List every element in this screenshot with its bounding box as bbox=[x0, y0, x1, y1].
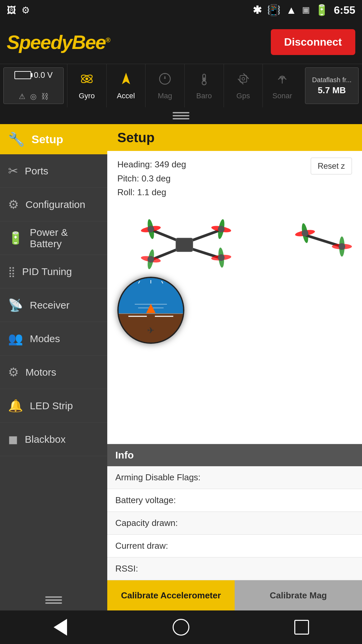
sensor-accel[interactable]: Accel bbox=[106, 64, 145, 107]
sidebar-item-led-strip[interactable]: 🔔 LED Strip bbox=[0, 389, 107, 423]
svg-point-32 bbox=[218, 226, 225, 232]
modes-icon: 👥 bbox=[8, 332, 23, 346]
baro-icon bbox=[197, 71, 212, 90]
sidebar-more-line-2 bbox=[45, 599, 62, 601]
disconnect-button[interactable]: Disconnect bbox=[271, 29, 355, 55]
accel-icon bbox=[119, 71, 133, 90]
hamburger-line-2 bbox=[173, 115, 189, 116]
motors-icon: ⚙ bbox=[8, 365, 19, 379]
svg-point-41 bbox=[339, 243, 345, 250]
pitch-text: Pitch: 0.3 deg bbox=[117, 172, 186, 186]
info-section: Info Arming Disable Flags: Battery volta… bbox=[107, 444, 362, 580]
svg-point-38 bbox=[302, 230, 308, 236]
recent-apps-icon bbox=[294, 620, 309, 635]
gps-icon bbox=[236, 71, 251, 90]
photo-icon: 🖼 bbox=[7, 5, 16, 16]
sidebar-header-label: Setup bbox=[32, 133, 63, 146]
sensor-gps[interactable]: Gps bbox=[224, 64, 263, 107]
sidebar-item-pid-label: PID Tuning bbox=[22, 266, 72, 277]
sidebar-item-motors[interactable]: ⚙ Motors bbox=[0, 356, 107, 389]
capacity-drawn-label: Capacity drawn: bbox=[115, 518, 178, 528]
sensor-mag[interactable]: Mag bbox=[145, 64, 184, 107]
main-layout: 🔧 Setup ✂ Ports ⚙ Configuration 🔋 Power … bbox=[0, 124, 362, 610]
battery-widget: 0.0 V ⚠ ◎ ⛓ bbox=[3, 67, 64, 104]
drone-icon: ◎ bbox=[30, 92, 37, 101]
svg-point-33 bbox=[147, 256, 154, 263]
svg-rect-11 bbox=[203, 77, 205, 82]
sim-icon: ▣ bbox=[302, 5, 310, 15]
mag-label: Mag bbox=[158, 92, 172, 100]
status-bar: 🖼 ⚙ ✱ 📳 ▲ ▣ 🔋 6:55 bbox=[0, 0, 362, 20]
sidebar-item-modes[interactable]: 👥 Modes bbox=[0, 322, 107, 356]
app-header: SpeedyBee® Disconnect bbox=[0, 20, 362, 64]
dataflash-size: 5.7 MB bbox=[318, 85, 346, 96]
calibrate-mag-button[interactable]: Calibrate Mag bbox=[235, 580, 362, 610]
sidebar-item-ports[interactable]: ✂ Ports bbox=[0, 154, 107, 188]
recent-apps-button[interactable] bbox=[292, 617, 312, 637]
svg-rect-22 bbox=[176, 238, 193, 252]
svg-marker-4 bbox=[122, 73, 130, 84]
svg-point-2 bbox=[85, 77, 88, 80]
heading-text: Heading: 349 deg bbox=[117, 158, 186, 172]
content-area: Setup Heading: 349 deg Pitch: 0.3 deg Ro… bbox=[107, 124, 362, 610]
battery-icon: 🔋 bbox=[315, 4, 328, 16]
sidebar-more-line-1 bbox=[45, 596, 62, 598]
home-button[interactable] bbox=[171, 617, 191, 637]
content-header: Setup bbox=[107, 124, 362, 151]
sidebar-more-menu[interactable] bbox=[0, 590, 107, 610]
sonar-label: Sonar bbox=[273, 92, 292, 100]
configuration-icon: ⚙ bbox=[8, 198, 19, 212]
menu-hamburger[interactable] bbox=[0, 107, 362, 124]
sidebar-item-blackbox[interactable]: ◼ Blackbox bbox=[0, 423, 107, 456]
logo-part1: Speedy bbox=[7, 31, 72, 53]
sidebar-header-setup[interactable]: 🔧 Setup bbox=[0, 124, 107, 154]
sidebar-item-configuration-label: Configuration bbox=[25, 199, 85, 210]
sidebar-item-configuration[interactable]: ⚙ Configuration bbox=[0, 188, 107, 221]
battery-voltage-display: 0.0 V bbox=[14, 70, 53, 80]
link-icon: ⛓ bbox=[41, 92, 49, 101]
reset-button[interactable]: Reset z bbox=[311, 158, 352, 174]
dataflash-widget: Dataflash fr... 5.7 MB bbox=[305, 67, 359, 104]
sensor-gyro[interactable]: Gyro bbox=[67, 64, 106, 107]
battery-status-icons: ⚠ ◎ ⛓ bbox=[19, 92, 49, 101]
sensor-bar: 0.0 V ⚠ ◎ ⛓ Gyro bbox=[0, 64, 362, 107]
sonar-icon bbox=[275, 71, 290, 90]
sensor-sonar[interactable]: Sonar bbox=[262, 64, 302, 107]
sidebar-item-led-strip-label: LED Strip bbox=[30, 400, 73, 412]
power-battery-icon: 🔋 bbox=[8, 231, 23, 245]
logo-part2: Bee bbox=[72, 31, 105, 53]
attitude-indicator-container: ✈ bbox=[117, 273, 352, 347]
battery-level-icon bbox=[14, 71, 31, 79]
home-icon bbox=[173, 619, 189, 636]
rssi-label: RSSI: bbox=[115, 564, 138, 574]
svg-point-31 bbox=[147, 226, 154, 232]
warning-icon: ⚠ bbox=[19, 92, 25, 101]
sidebar-more-line-3 bbox=[45, 602, 62, 604]
hamburger-line-3 bbox=[173, 118, 189, 119]
settings-icon: ⚙ bbox=[21, 5, 30, 16]
info-row-rssi: RSSI: bbox=[107, 557, 362, 580]
info-row-current-draw: Current draw: bbox=[107, 535, 362, 557]
sensor-baro[interactable]: Baro bbox=[184, 64, 224, 107]
setup-panel: Heading: 349 deg Pitch: 0.3 deg Roll: 1.… bbox=[107, 151, 362, 444]
hamburger-line-1 bbox=[173, 112, 189, 113]
sidebar-item-pid-tuning[interactable]: ⣿ PID Tuning bbox=[0, 255, 107, 288]
bluetooth-icon: ✱ bbox=[253, 4, 262, 16]
back-button[interactable] bbox=[50, 617, 70, 637]
setup-wrench-icon: 🔧 bbox=[8, 131, 25, 147]
battery-voltage-value: 0.0 V bbox=[34, 70, 53, 80]
receiver-icon: 📡 bbox=[8, 298, 23, 312]
sidebar-item-receiver[interactable]: 📡 Receiver bbox=[0, 288, 107, 322]
status-bar-right: ✱ 📳 ▲ ▣ 🔋 6:55 bbox=[253, 4, 355, 16]
gyro-label: Gyro bbox=[79, 92, 95, 100]
svg-point-34 bbox=[218, 254, 225, 261]
pid-icon: ⣿ bbox=[8, 266, 15, 277]
sidebar-item-power-battery[interactable]: 🔋 Power & Battery bbox=[0, 221, 107, 255]
drone-svg bbox=[117, 203, 352, 270]
orientation-text: Heading: 349 deg Pitch: 0.3 deg Roll: 1.… bbox=[117, 158, 186, 200]
calibrate-accel-button[interactable]: Calibrate Accelerometer bbox=[107, 580, 235, 610]
sidebar-item-receiver-label: Receiver bbox=[30, 300, 69, 311]
status-bar-left: 🖼 ⚙ bbox=[7, 5, 30, 16]
info-row-capacity-drawn: Capacity drawn: bbox=[107, 512, 362, 535]
led-strip-icon: 🔔 bbox=[8, 399, 23, 413]
